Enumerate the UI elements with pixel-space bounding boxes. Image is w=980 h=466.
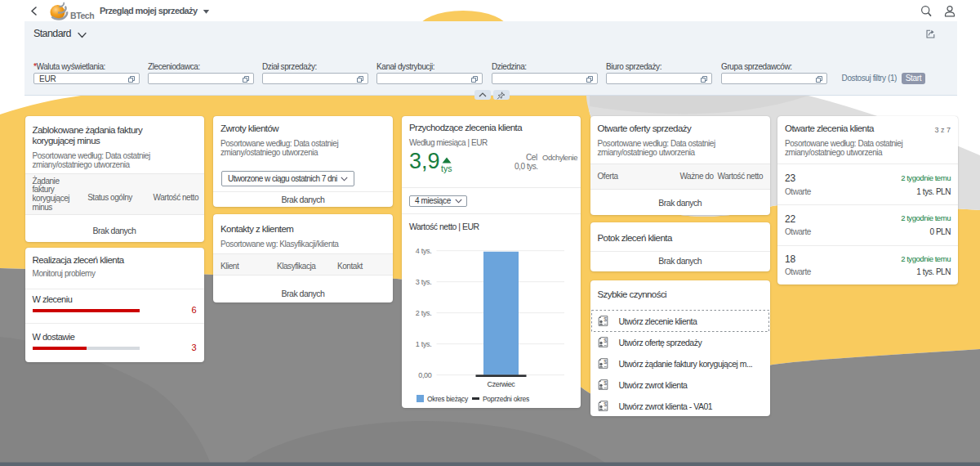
svg-text:$: $ xyxy=(604,337,607,343)
svg-text:1 tys.: 1 tys. xyxy=(416,340,432,348)
svg-text:2 tys.: 2 tys. xyxy=(416,309,432,317)
svg-text:4 tys.: 4 tys. xyxy=(416,247,432,255)
svg-text:0,00: 0,00 xyxy=(418,371,432,379)
svg-text:$: $ xyxy=(604,401,607,406)
svg-text:$: $ xyxy=(604,316,607,321)
svg-text:BTech: BTech xyxy=(70,11,94,20)
svg-text:$: $ xyxy=(604,358,607,364)
svg-text:Czerwiec: Czerwiec xyxy=(488,380,516,388)
svg-text:3 tys.: 3 tys. xyxy=(416,278,432,286)
svg-text:$: $ xyxy=(604,379,607,385)
